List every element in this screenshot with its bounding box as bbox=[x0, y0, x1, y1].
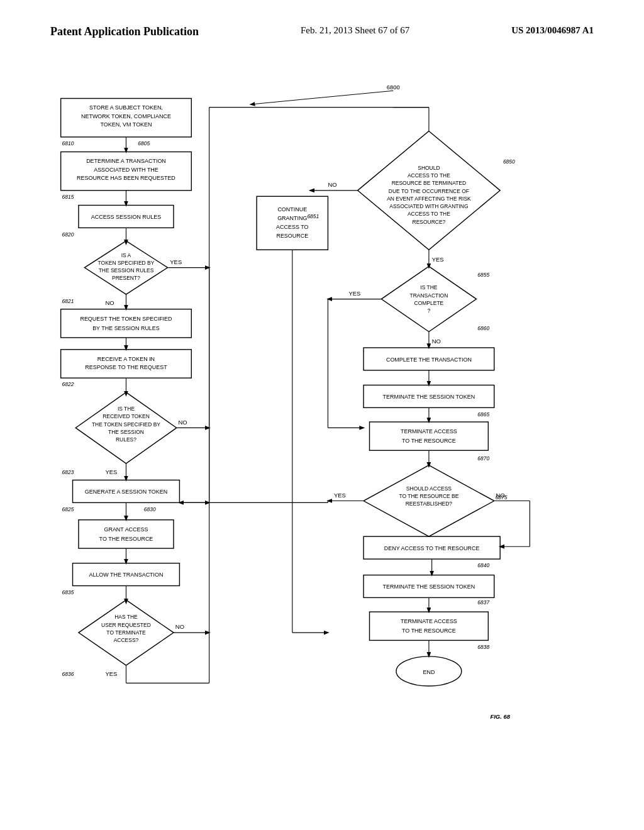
svg-text:TERMINATE ACCESS: TERMINATE ACCESS bbox=[401, 428, 457, 434]
svg-text:RESOURCE?: RESOURCE? bbox=[413, 219, 446, 225]
svg-text:YES: YES bbox=[334, 492, 346, 499]
svg-text:IS A: IS A bbox=[121, 252, 131, 258]
svg-text:TERMINATE THE SESSION TOKEN: TERMINATE THE SESSION TOKEN bbox=[383, 394, 475, 400]
svg-text:ACCESS TO: ACCESS TO bbox=[276, 224, 308, 230]
svg-text:TO TERMINATE: TO TERMINATE bbox=[106, 629, 146, 636]
svg-text:IS THE: IS THE bbox=[118, 406, 135, 412]
grant-access-box bbox=[79, 520, 174, 548]
svg-text:TO THE RESOURCE: TO THE RESOURCE bbox=[99, 536, 153, 542]
svg-text:6821: 6821 bbox=[62, 298, 74, 304]
svg-text:6840: 6840 bbox=[477, 562, 489, 568]
svg-text:6830: 6830 bbox=[144, 506, 156, 512]
svg-text:AN EVENT AFFECTING THE RISK: AN EVENT AFFECTING THE RISK bbox=[387, 196, 471, 202]
diagram-number: 6800 bbox=[387, 84, 400, 91]
svg-text:SHOULD ACCESS: SHOULD ACCESS bbox=[406, 485, 452, 492]
svg-text:6838: 6838 bbox=[477, 644, 489, 650]
svg-text:THE TOKEN SPECIFIED BY: THE TOKEN SPECIFIED BY bbox=[92, 421, 160, 428]
svg-text:6870: 6870 bbox=[477, 455, 489, 462]
svg-text:6836: 6836 bbox=[62, 671, 74, 677]
svg-text:RESPONSE TO THE REQUEST: RESPONSE TO THE REQUEST bbox=[85, 364, 167, 370]
svg-text:END: END bbox=[423, 669, 435, 675]
terminate-access-2-box bbox=[370, 612, 489, 640]
svg-text:PRESENT?: PRESENT? bbox=[112, 275, 140, 281]
svg-text:REESTABLISHED?: REESTABLISHED? bbox=[406, 501, 453, 507]
svg-text:ACCESS TO THE: ACCESS TO THE bbox=[408, 172, 450, 179]
svg-text:ACCESS TO THE: ACCESS TO THE bbox=[408, 211, 450, 217]
diagram-area: text { font-family: Arial, sans-serif; f… bbox=[25, 51, 619, 793]
publication-date: Feb. 21, 2013 Sheet 67 of 67 bbox=[301, 25, 409, 36]
svg-text:NO: NO bbox=[328, 181, 336, 188]
svg-text:SHOULD: SHOULD bbox=[418, 165, 440, 171]
svg-text:USER REQUESTED: USER REQUESTED bbox=[101, 622, 151, 628]
svg-text:YES: YES bbox=[432, 256, 444, 263]
svg-text:THE SESSION RULES: THE SESSION RULES bbox=[99, 267, 154, 274]
svg-text:COMPLETE: COMPLETE bbox=[414, 300, 444, 306]
svg-text:GRANT ACCESS: GRANT ACCESS bbox=[104, 526, 148, 533]
svg-text:6825: 6825 bbox=[62, 506, 74, 512]
page-header: Patent Application Publication Feb. 21, … bbox=[25, 13, 619, 45]
svg-text:ASSOCIATED WITH GRANTING: ASSOCIATED WITH GRANTING bbox=[389, 203, 468, 209]
svg-text:HAS THE: HAS THE bbox=[114, 614, 138, 620]
svg-text:ACCESS SESSION RULES: ACCESS SESSION RULES bbox=[91, 214, 161, 220]
terminate-access-1-box bbox=[370, 422, 489, 450]
svg-text:TERMINATE ACCESS: TERMINATE ACCESS bbox=[401, 618, 457, 624]
svg-text:TRANSACTION: TRANSACTION bbox=[410, 292, 448, 299]
svg-text:TO THE RESOURCE: TO THE RESOURCE bbox=[402, 438, 456, 444]
svg-text:NETWORK TOKEN, COMPLIANCE: NETWORK TOKEN, COMPLIANCE bbox=[81, 113, 171, 119]
svg-text:6822: 6822 bbox=[62, 381, 74, 387]
publication-label: Patent Application Publication bbox=[50, 25, 199, 38]
fig-label: FIG. 68 bbox=[490, 713, 510, 720]
svg-text:TOKEN SPECIFIED BY: TOKEN SPECIFIED BY bbox=[98, 260, 155, 266]
svg-text:IS THE: IS THE bbox=[420, 284, 438, 290]
svg-text:GENERATE A SESSION TOKEN: GENERATE A SESSION TOKEN bbox=[85, 489, 167, 495]
svg-text:YES: YES bbox=[348, 290, 360, 297]
svg-text:NO: NO bbox=[496, 492, 505, 499]
svg-text:6855: 6855 bbox=[477, 272, 489, 278]
svg-text:RECEIVE A TOKEN IN: RECEIVE A TOKEN IN bbox=[97, 356, 155, 362]
svg-text:ASSOCIATED WITH THE: ASSOCIATED WITH THE bbox=[94, 167, 158, 173]
svg-text:6851: 6851 bbox=[307, 213, 319, 219]
svg-text:DUE TO THE OCCURRENCE OF: DUE TO THE OCCURRENCE OF bbox=[389, 188, 469, 194]
svg-text:CONTINUE: CONTINUE bbox=[277, 206, 307, 213]
svg-text:?: ? bbox=[428, 307, 431, 314]
svg-text:6805: 6805 bbox=[138, 140, 150, 147]
svg-text:ACCESS?: ACCESS? bbox=[114, 637, 139, 643]
svg-text:RECEIVED TOKEN: RECEIVED TOKEN bbox=[103, 413, 150, 419]
svg-text:BY THE SESSION RULES: BY THE SESSION RULES bbox=[92, 325, 160, 331]
is-received-diamond bbox=[75, 392, 176, 463]
svg-text:YES: YES bbox=[105, 670, 117, 677]
svg-text:6860: 6860 bbox=[477, 325, 489, 331]
svg-text:YES: YES bbox=[170, 258, 182, 265]
svg-text:TO THE RESOURCE BE: TO THE RESOURCE BE bbox=[399, 493, 458, 499]
svg-text:COMPLETE THE TRANSACTION: COMPLETE THE TRANSACTION bbox=[386, 357, 472, 363]
svg-text:TO THE RESOURCE: TO THE RESOURCE bbox=[402, 628, 456, 634]
svg-text:NO: NO bbox=[179, 419, 187, 426]
svg-text:6865: 6865 bbox=[477, 411, 489, 418]
is-transaction-complete-diamond bbox=[381, 267, 476, 332]
svg-text:RESOURCE: RESOURCE bbox=[276, 233, 308, 239]
svg-text:6837: 6837 bbox=[477, 599, 489, 606]
svg-text:RESOURCE HAS BEEN REQUESTED: RESOURCE HAS BEEN REQUESTED bbox=[77, 175, 175, 181]
svg-text:TERMINATE THE SESSION TOKEN: TERMINATE THE SESSION TOKEN bbox=[383, 584, 475, 590]
svg-text:6850: 6850 bbox=[503, 158, 515, 165]
svg-text:NO: NO bbox=[432, 338, 441, 345]
svg-text:NO: NO bbox=[175, 623, 184, 630]
flowchart-svg: text { font-family: Arial, sans-serif; f… bbox=[25, 51, 619, 793]
svg-text:REQUEST THE TOKEN SPECIFIED: REQUEST THE TOKEN SPECIFIED bbox=[80, 316, 172, 322]
svg-text:DENY ACCESS TO THE RESOURCE: DENY ACCESS TO THE RESOURCE bbox=[384, 545, 480, 551]
svg-text:DETERMINE A TRANSACTION: DETERMINE A TRANSACTION bbox=[86, 158, 166, 164]
publication-number: US 2013/0046987 A1 bbox=[511, 25, 594, 36]
svg-text:RULES?: RULES? bbox=[116, 436, 136, 443]
svg-text:6820: 6820 bbox=[62, 231, 74, 238]
svg-text:6823: 6823 bbox=[62, 469, 74, 475]
svg-text:TOKEN, VM TOKEN: TOKEN, VM TOKEN bbox=[100, 121, 152, 128]
page: Patent Application Publication Feb. 21, … bbox=[0, 0, 644, 830]
svg-text:THE SESSION: THE SESSION bbox=[108, 429, 144, 435]
svg-text:NO: NO bbox=[105, 299, 114, 306]
svg-text:6815: 6815 bbox=[62, 194, 74, 200]
svg-text:6835: 6835 bbox=[62, 589, 74, 595]
svg-text:ALLOW THE TRANSACTION: ALLOW THE TRANSACTION bbox=[89, 572, 163, 578]
svg-text:6810: 6810 bbox=[62, 140, 74, 147]
continue-granting-box bbox=[257, 196, 328, 250]
svg-text:RESOURCE BE TERMINATED: RESOURCE BE TERMINATED bbox=[392, 180, 466, 186]
